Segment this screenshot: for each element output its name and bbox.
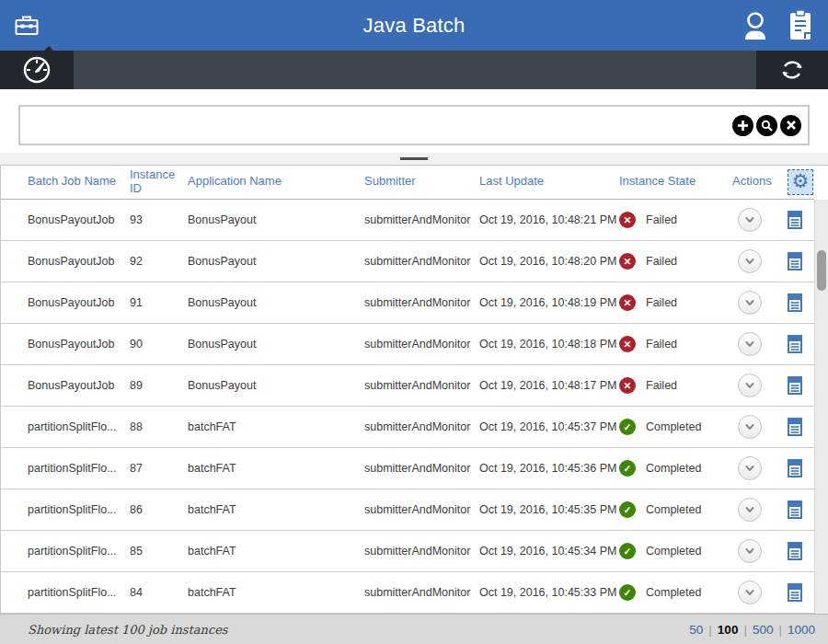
view-log-button[interactable]	[788, 211, 802, 229]
footer-bar: Showing latest 100 job instances 50 | 10…	[0, 614, 828, 644]
page-size-selector: 50 | 100 | 500 | 1000	[689, 623, 815, 637]
search-button[interactable]	[756, 115, 777, 136]
cell-actions	[732, 323, 788, 364]
cell-instance-state: Failed	[619, 282, 732, 323]
cell-instance-state: Completed	[619, 406, 732, 447]
page-size-50[interactable]: 50	[689, 623, 703, 637]
column-header-last-update[interactable]: Last Update	[479, 166, 619, 199]
column-header-submitter[interactable]: Submitter	[364, 166, 479, 199]
chevron-down-icon	[742, 295, 757, 310]
cell-instance-state: Completed	[619, 447, 732, 489]
log-icon	[788, 252, 802, 270]
cell-log	[788, 199, 814, 240]
log-icon	[788, 459, 802, 477]
expand-actions-button[interactable]	[738, 581, 762, 604]
user-button[interactable]	[740, 9, 771, 42]
cell-submitter: submitterAndMonitor	[364, 240, 479, 282]
chevron-down-icon	[742, 461, 757, 476]
log-icon	[788, 542, 802, 560]
expand-actions-button[interactable]	[738, 456, 762, 480]
dashboard-button[interactable]	[0, 51, 74, 89]
expand-actions-button[interactable]	[738, 332, 762, 356]
expand-actions-button[interactable]	[738, 208, 762, 232]
log-icon	[788, 500, 802, 519]
refresh-button[interactable]	[756, 51, 828, 89]
view-log-button[interactable]	[788, 500, 802, 519]
view-log-button[interactable]	[788, 252, 802, 270]
cell-submitter: submitterAndMonitor	[364, 530, 479, 571]
cell-log	[788, 282, 814, 323]
cell-application-name: BonusPayout	[188, 199, 364, 240]
cell-instance-state: Failed	[619, 240, 732, 282]
top-banner: Java Batch	[0, 0, 828, 51]
failed-icon	[619, 253, 636, 270]
scrollbar-track[interactable]	[814, 200, 828, 614]
column-header-batch-job-name[interactable]: Batch Job Name	[1, 166, 130, 199]
view-log-button[interactable]	[788, 376, 802, 395]
splitter-handle[interactable]	[400, 157, 428, 160]
completed-icon	[619, 501, 636, 518]
column-header-actions[interactable]: Actions	[732, 166, 788, 199]
completed-icon	[619, 543, 636, 559]
table-row: partitionSplitFlo... 88 batchFAT submitt…	[1, 406, 814, 447]
page-size-500[interactable]: 500	[753, 623, 774, 637]
cell-submitter: submitterAndMonitor	[364, 489, 479, 530]
user-icon	[741, 10, 770, 41]
chevron-down-icon	[742, 213, 757, 227]
table-row: BonusPayoutJob 93 BonusPayout submitterA…	[1, 199, 814, 240]
chevron-down-icon	[742, 544, 757, 558]
log-icon	[788, 293, 802, 312]
column-header-instance-id[interactable]: Instance ID	[130, 166, 188, 199]
view-log-button[interactable]	[788, 542, 802, 560]
view-log-button[interactable]	[788, 459, 802, 477]
cell-last-update: Oct 19, 2016, 10:45:37 PM	[479, 406, 619, 447]
expand-actions-button[interactable]	[738, 498, 762, 522]
cell-actions	[732, 530, 788, 571]
cell-last-update: Oct 19, 2016, 10:45:35 PM	[479, 489, 619, 530]
search-bar	[18, 105, 810, 145]
log-icon	[788, 418, 802, 436]
table-row: partitionSplitFlo... 84 batchFAT submitt…	[1, 571, 814, 613]
cell-batch-job-name: partitionSplitFlo...	[1, 447, 130, 489]
cell-instance-id: 86	[130, 489, 188, 530]
page-size-100[interactable]: 100	[718, 623, 739, 637]
expand-actions-button[interactable]	[738, 539, 762, 563]
view-log-button[interactable]	[788, 583, 802, 602]
cell-application-name: BonusPayout	[188, 282, 364, 323]
table-row: partitionSplitFlo... 87 batchFAT submitt…	[1, 447, 814, 489]
log-icon	[788, 335, 802, 353]
cell-instance-state: Failed	[619, 364, 732, 406]
cell-last-update: Oct 19, 2016, 10:48:18 PM	[479, 323, 619, 364]
cell-application-name: BonusPayout	[188, 323, 364, 364]
view-log-button[interactable]	[788, 418, 802, 436]
add-search-criteria-button[interactable]	[732, 115, 753, 136]
column-header-instance-state[interactable]: Instance State	[619, 166, 732, 199]
table-row: BonusPayoutJob 89 BonusPayout submitterA…	[1, 364, 814, 406]
scrollbar-thumb[interactable]	[817, 250, 826, 291]
cell-log	[788, 530, 814, 571]
cell-batch-job-name: BonusPayoutJob	[1, 199, 130, 240]
cell-log	[788, 406, 814, 447]
search-input[interactable]	[20, 107, 732, 144]
expand-actions-button[interactable]	[738, 249, 762, 273]
cell-submitter: submitterAndMonitor	[364, 364, 479, 406]
page-size-1000[interactable]: 1000	[788, 623, 815, 637]
view-log-button[interactable]	[788, 293, 802, 312]
failed-icon	[619, 212, 636, 228]
view-log-button[interactable]	[788, 335, 802, 353]
expand-actions-button[interactable]	[738, 291, 762, 315]
page-size-separator: |	[778, 623, 782, 637]
expand-actions-button[interactable]	[738, 415, 762, 439]
cell-last-update: Oct 19, 2016, 10:45:36 PM	[479, 447, 619, 489]
splitter-bar	[0, 153, 828, 166]
expand-actions-button[interactable]	[738, 374, 762, 397]
cell-application-name: BonusPayout	[188, 240, 364, 282]
column-header-application-name[interactable]: Application Name	[188, 166, 364, 199]
column-settings-button[interactable]: ⚙	[788, 169, 813, 195]
tasks-button[interactable]	[786, 8, 815, 43]
cell-batch-job-name: partitionSplitFlo...	[1, 489, 130, 530]
cell-batch-job-name: partitionSplitFlo...	[1, 530, 130, 571]
cell-instance-state: Completed	[619, 571, 732, 613]
state-label: Failed	[646, 213, 677, 226]
clear-search-button[interactable]	[780, 115, 801, 136]
